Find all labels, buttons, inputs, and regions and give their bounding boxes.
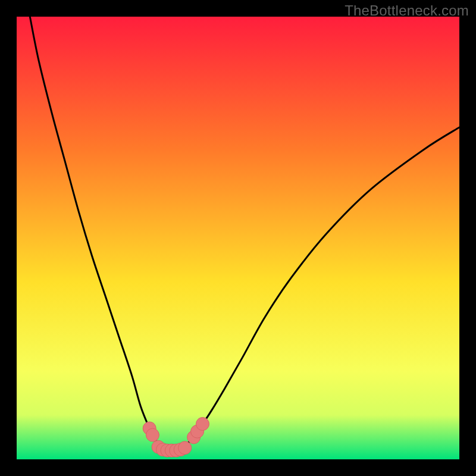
chart-frame: TheBottleneck.com	[0, 0, 476, 476]
watermark-text: TheBottleneck.com	[345, 2, 469, 19]
plot-area	[17, 17, 459, 459]
data-marker	[146, 428, 159, 441]
data-marker	[178, 441, 192, 455]
data-marker	[196, 417, 209, 430]
gradient-background	[17, 17, 459, 459]
bottleneck-chart	[17, 17, 459, 459]
